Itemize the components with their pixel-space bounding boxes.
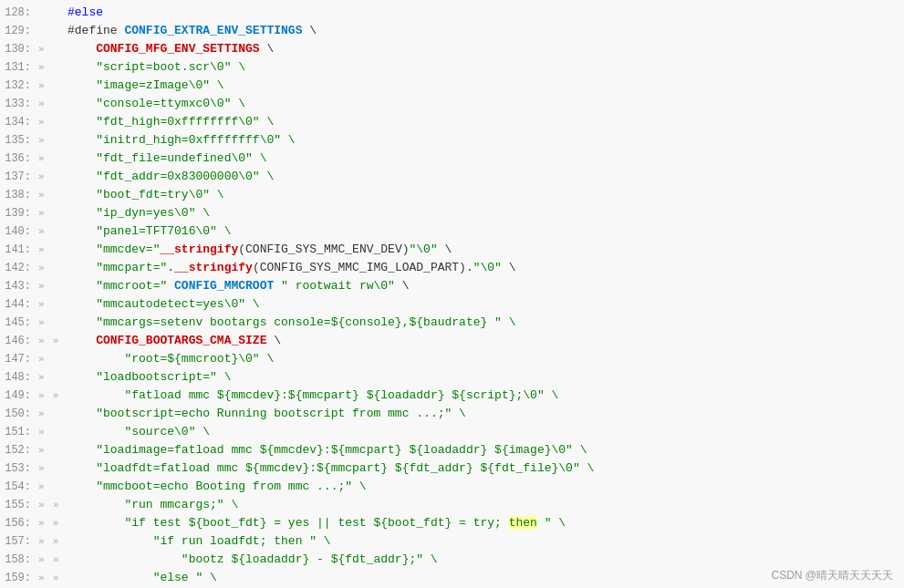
line-number: 153: (4, 460, 38, 477)
code-content: "mmcargs=setenv bootargs console=${conso… (68, 314, 900, 332)
line-number: 159: (4, 570, 38, 586)
arrow-indicator: » (38, 133, 53, 149)
table-row: 136:» "fdt_file=undefined\0" \ (0, 150, 904, 168)
line-number: 140: (4, 223, 38, 240)
line-number: 150: (4, 406, 38, 422)
table-row: 139:» "ip_dyn=yes\0" \ (0, 204, 904, 222)
arrow-indicator-2: » (53, 388, 68, 404)
table-row: 131:» "script=boot.scr\0" \ (0, 58, 904, 77)
arrow-indicator: » (38, 334, 53, 349)
code-content: "console=ttymxc0\0" \ (68, 95, 900, 113)
arrow-indicator: » (38, 516, 53, 531)
arrow-indicator: » (38, 498, 53, 513)
code-content: #else (68, 4, 900, 22)
line-number: 136: (4, 150, 38, 167)
arrow-indicator-2: » (53, 498, 68, 513)
arrow-indicator: » (38, 224, 53, 240)
code-content: "mmcautodetect=yes\0" \ (68, 295, 900, 314)
table-row: 142:» "mmcpart=".__stringify(CONFIG_SYS_… (0, 259, 904, 277)
line-number: 148: (4, 369, 38, 386)
arrow-indicator: » (38, 60, 53, 76)
code-content: "if test ${boot_fdt} = yes || test ${boo… (68, 514, 900, 532)
arrow-indicator: » (38, 443, 53, 459)
table-row: 145:» "mmcargs=setenv bootargs console=$… (0, 314, 904, 332)
line-number: 144: (4, 296, 38, 313)
table-row: 157:»» "if run loadfdt; then " \ (0, 532, 904, 551)
table-row: 156:»» "if test ${boot_fdt} = yes || tes… (0, 514, 904, 532)
code-content: #define CONFIG_EXTRA_ENV_SETTINGS \ (68, 22, 900, 40)
table-row: 159:»» "else " \ (0, 569, 904, 587)
code-content: "mmcdev="__stringify(CONFIG_SYS_MMC_ENV_… (68, 241, 900, 259)
arrow-indicator: » (38, 352, 53, 367)
line-number: 147: (4, 351, 38, 367)
line-number: 157: (4, 533, 38, 550)
table-row: 133:» "console=ttymxc0\0" \ (0, 95, 904, 113)
table-row: 135:» "initrd_high=0xffffffff\0" \ (0, 131, 904, 150)
code-content: CONFIG_MFG_ENV_SETTINGS \ (68, 40, 900, 58)
line-number: 143: (4, 278, 38, 294)
code-content: "panel=TFT7016\0" \ (68, 222, 900, 241)
arrow-indicator: » (38, 188, 53, 203)
table-row: 149:»» "fatload mmc ${mmcdev}:${mmcpart}… (0, 387, 904, 405)
table-row: 143:» "mmcroot=" CONFIG_MMCROOT " rootwa… (0, 277, 904, 295)
table-row: 134:» "fdt_high=0xffffffff\0" \ (0, 113, 904, 131)
code-content: "source\0" \ (68, 423, 900, 441)
line-number: 155: (4, 497, 38, 513)
code-content: "loadfdt=fatload mmc ${mmcdev}:${mmcpart… (68, 459, 900, 478)
arrow-indicator: » (38, 461, 53, 477)
table-row: 130:» CONFIG_MFG_ENV_SETTINGS \ (0, 40, 904, 58)
code-content: "fdt_high=0xffffffff\0" \ (68, 113, 900, 131)
line-number: 149: (4, 387, 38, 404)
arrow-indicator: » (38, 42, 53, 57)
table-row: 158:»» "bootz ${loadaddr} - ${fdt_addr};… (0, 551, 904, 569)
table-row: 151:» "source\0" \ (0, 423, 904, 441)
table-row: 153:» "loadfdt=fatload mmc ${mmcdev}:${m… (0, 459, 904, 478)
code-content: "image=zImage\0" \ (68, 77, 900, 95)
line-number: 129: (4, 23, 38, 39)
code-content: "mmcpart=".__stringify(CONFIG_SYS_MMC_IM… (68, 259, 900, 277)
table-row: 140:» "panel=TFT7016\0" \ (0, 222, 904, 241)
line-number: 134: (4, 114, 38, 130)
line-number: 131: (4, 59, 38, 76)
code-content: "fatload mmc ${mmcdev}:${mmcpart} ${load… (68, 387, 900, 405)
arrow-indicator: » (38, 425, 53, 440)
line-number: 154: (4, 479, 38, 495)
arrow-indicator: » (38, 370, 53, 386)
code-content: "mmcboot=echo Booting from mmc ...;" \ (68, 478, 900, 496)
arrow-indicator: » (38, 97, 53, 112)
line-number: 142: (4, 260, 38, 276)
line-number: 152: (4, 442, 38, 459)
code-content: "root=${mmcroot}\0" \ (68, 350, 900, 368)
line-number: 135: (4, 132, 38, 149)
arrow-indicator: » (38, 242, 53, 258)
arrow-indicator: » (38, 552, 53, 568)
table-row: 132:» "image=zImage\0" \ (0, 77, 904, 95)
arrow-indicator: » (38, 279, 53, 294)
table-row: 141:» "mmcdev="__stringify(CONFIG_SYS_MM… (0, 241, 904, 259)
line-number: 132: (4, 77, 38, 94)
table-row: 129:#define CONFIG_EXTRA_ENV_SETTINGS \ (0, 22, 904, 40)
table-row: 138:» "boot_fdt=try\0" \ (0, 186, 904, 204)
table-row: 146:»» CONFIG_BOOTARGS_CMA_SIZE \ (0, 332, 904, 350)
line-number: 139: (4, 205, 38, 222)
code-content: "script=boot.scr\0" \ (68, 58, 900, 77)
arrow-indicator: » (38, 571, 53, 586)
code-content: "bootz ${loadaddr} - ${fdt_addr};" \ (68, 551, 900, 569)
table-row: 137:» "fdt_addr=0x83000000\0" \ (0, 168, 904, 186)
line-number: 138: (4, 187, 38, 203)
arrow-indicator: » (38, 388, 53, 404)
arrow-indicator: » (38, 534, 53, 550)
line-number: 141: (4, 242, 38, 258)
arrow-indicator: » (38, 170, 53, 185)
arrow-indicator-2: » (53, 534, 68, 550)
line-number: 133: (4, 96, 38, 112)
code-content: "initrd_high=0xffffffff\0" \ (68, 131, 900, 150)
code-content: "ip_dyn=yes\0" \ (68, 204, 900, 222)
arrow-indicator: » (38, 480, 53, 495)
table-row: 144:» "mmcautodetect=yes\0" \ (0, 295, 904, 314)
table-row: 154:» "mmcboot=echo Booting from mmc ...… (0, 478, 904, 496)
line-number: 145: (4, 315, 38, 331)
line-number: 137: (4, 169, 38, 185)
code-viewer: 128:#else129:#define CONFIG_EXTRA_ENV_SE… (0, 0, 904, 588)
arrow-indicator: » (38, 297, 53, 313)
